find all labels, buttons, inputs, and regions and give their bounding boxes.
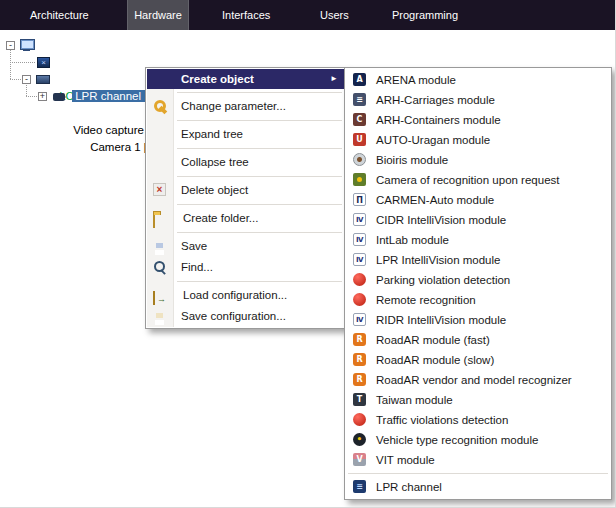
expander-collapse-icon[interactable]: -: [22, 75, 31, 84]
submenu-item-roadar-module-slow[interactable]: RoadAR module (slow): [346, 350, 610, 370]
submenu-item-carmen-auto-module[interactable]: CARMEN-Auto module: [346, 190, 610, 210]
intellivision-icon: [353, 313, 366, 326]
tab-interfaces[interactable]: Interfaces: [222, 0, 270, 30]
submenu-item-remote-recognition[interactable]: Remote recognition: [346, 290, 610, 310]
top-nav-bar: Architecture Hardware Interfaces Users P…: [0, 0, 616, 30]
menu-item-find[interactable]: Find...: [147, 257, 344, 278]
app-window: Architecture Hardware Interfaces Users P…: [0, 0, 616, 508]
submenu-item-intlab-module[interactable]: IntLab module: [346, 230, 610, 250]
submenu-item-cidr-intellivision-module[interactable]: CIDR IntelliVision module: [346, 210, 610, 230]
lpr-channel-node-icon: ×: [37, 57, 50, 68]
tab-architecture[interactable]: Architecture: [30, 0, 89, 30]
create-object-submenu: ARENA module ARH-Carriages module ARH-Co…: [344, 67, 612, 500]
computer-icon: [20, 39, 35, 52]
tree-row-localhost[interactable]: - LOCALHOST [WORK-PC]: [0, 37, 194, 54]
folder-icon: [153, 214, 155, 228]
expander-collapse-icon[interactable]: -: [6, 41, 15, 50]
tab-users[interactable]: Users: [320, 0, 349, 30]
capture-device-icon: [36, 75, 50, 84]
expander-expand-icon[interactable]: +: [38, 92, 47, 101]
intellivision-icon: [353, 253, 366, 266]
red-dot-icon: [353, 413, 366, 426]
menu-item-expand-tree[interactable]: Expand tree: [147, 124, 344, 145]
tab-programming[interactable]: Programming: [392, 0, 458, 30]
taiwan-icon: [353, 393, 366, 406]
roadar-icon: [353, 353, 366, 366]
submenu-item-taiwan-module[interactable]: Taiwan module: [346, 390, 610, 410]
arena-module-icon: [353, 73, 366, 86]
menu-separator: [177, 92, 342, 93]
delete-icon: [153, 183, 166, 196]
submenu-item-ridr-intellivision-module[interactable]: RIDR IntelliVision module: [346, 310, 610, 330]
menu-separator: [348, 473, 608, 474]
vit-icon: [353, 453, 366, 466]
intellivision-icon: [353, 213, 366, 226]
load-config-icon: [153, 291, 155, 305]
bioiris-icon: [353, 153, 366, 166]
submenu-item-bioiris-module[interactable]: Bioiris module: [346, 150, 610, 170]
submenu-item-lpr-channel[interactable]: LPR channel: [346, 477, 610, 497]
submenu-item-auto-uragan-module[interactable]: AUTO-Uragan module: [346, 130, 610, 150]
arh-carriages-icon: [353, 93, 366, 106]
submenu-item-vehicle-type-recognition[interactable]: Vehicle type recognition module: [346, 430, 610, 450]
tab-hardware[interactable]: Hardware: [127, 0, 189, 30]
submenu-item-camera-of-recognition[interactable]: Camera of recognition upon request: [346, 170, 610, 190]
auto-uragan-icon: [353, 133, 366, 146]
menu-item-save[interactable]: Save: [147, 236, 344, 257]
submenu-item-arh-carriages-module[interactable]: ARH-Carriages module: [346, 90, 610, 110]
menu-item-load-configuration[interactable]: Load configuration...: [147, 285, 344, 306]
menu-separator: [177, 176, 342, 177]
menu-item-create-folder[interactable]: Create folder...: [147, 208, 344, 229]
red-dot-icon: [353, 273, 366, 286]
submenu-item-roadar-module-fast[interactable]: RoadAR module (fast): [346, 330, 610, 350]
wrench-icon: [153, 99, 168, 114]
menu-separator: [177, 120, 342, 121]
submenu-item-parking-violation-detection[interactable]: Parking violation detection: [346, 270, 610, 290]
menu-separator: [177, 148, 342, 149]
arh-containers-icon: [353, 113, 366, 126]
menu-item-collapse-tree[interactable]: Collapse tree: [147, 152, 344, 173]
submenu-item-lpr-intellivision-module[interactable]: LPR IntelliVision module: [346, 250, 610, 270]
tree-row-camera[interactable]: + Camera 1 [1]: [0, 88, 157, 105]
camera-recognition-icon: [353, 173, 366, 186]
intellivision-icon: [353, 233, 366, 246]
menu-item-delete-object[interactable]: Delete object: [147, 180, 344, 201]
lpr-channel-icon: [353, 480, 366, 493]
submenu-item-arh-containers-module[interactable]: ARH-Containers module: [346, 110, 610, 130]
submenu-item-arena-module[interactable]: ARENA module: [346, 70, 610, 90]
carmen-auto-icon: [353, 193, 366, 206]
menu-item-create-object[interactable]: Create object ►: [147, 69, 344, 89]
menu-separator: [177, 204, 342, 205]
vehicle-type-icon: [353, 433, 366, 446]
submenu-arrow-icon: ►: [330, 69, 338, 89]
tree-row-video-capture[interactable]: - Video capture dev: [0, 71, 166, 88]
red-dot-icon: [353, 293, 366, 306]
camera-icon: [53, 93, 65, 101]
context-menu: Create object ► Change parameter... Expa…: [145, 67, 346, 329]
submenu-item-traffic-violations-detection[interactable]: Traffic violations detection: [346, 410, 610, 430]
menu-item-save-configuration[interactable]: Save configuration...: [147, 306, 344, 327]
submenu-item-roadar-vendor-model[interactable]: RoadAR vendor and model recognizer: [346, 370, 610, 390]
menu-item-change-parameter[interactable]: Change parameter...: [147, 96, 344, 117]
menu-separator: [177, 281, 342, 282]
search-icon: [153, 260, 168, 275]
roadar-icon: [353, 333, 366, 346]
submenu-item-vit-module[interactable]: VIT module: [346, 450, 610, 470]
menu-separator: [177, 232, 342, 233]
roadar-icon: [353, 373, 366, 386]
